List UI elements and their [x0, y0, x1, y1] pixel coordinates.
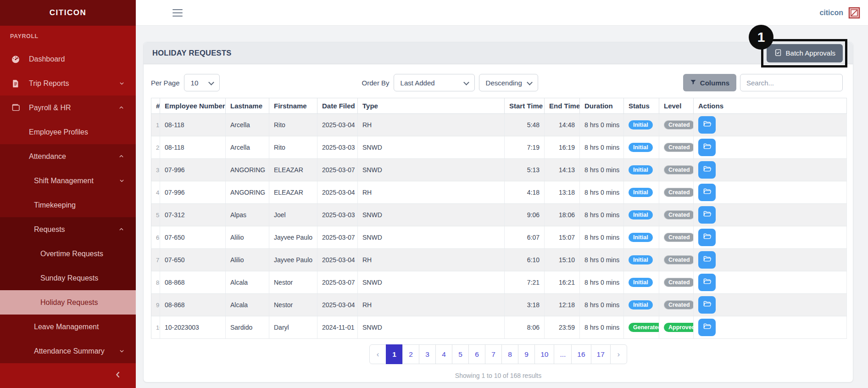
sidebar-item-employee-profiles[interactable]: Employee Profiles [0, 120, 136, 144]
cell-level: Created [659, 114, 694, 136]
order-by-select[interactable]: Last Added [394, 74, 475, 91]
pagination-page-8[interactable]: 8 [501, 344, 518, 364]
sidebar-item-requests[interactable]: Requests [0, 217, 136, 242]
open-request-button[interactable] [698, 161, 716, 179]
sidebar-item-shift-management[interactable]: Shift Management [0, 169, 136, 193]
cell-row-number: 2 [151, 136, 160, 159]
cell-type: SNWD [358, 204, 505, 226]
open-request-button[interactable] [698, 184, 716, 201]
cell-actions [694, 271, 847, 294]
column-header-firstname: Firstname [269, 98, 317, 114]
open-request-button[interactable] [698, 206, 716, 224]
topbar-brand: citicon [819, 6, 861, 20]
sidebar-item-payroll-hr[interactable]: Payroll & HR [0, 96, 136, 120]
hamburger-menu-button[interactable] [172, 9, 183, 17]
sidebar-item-attendance-summary[interactable]: Attendance Summary [0, 339, 136, 363]
open-request-button[interactable] [698, 251, 716, 269]
table-row: 208-118ArcellaRito2025-03-03SNWD7:1916:1… [151, 136, 847, 159]
cell-level-badge: Created [664, 255, 694, 265]
table-row: 507-312AlpasJoel2025-03-03SNWD9:0618:068… [151, 204, 847, 226]
sidebar-section-label: PAYROLL [0, 26, 136, 47]
cell-type: RH [358, 294, 505, 316]
main-area: citicon 1 HOLIDAY REQUESTS Batch Approva… [136, 0, 868, 388]
open-request-button[interactable] [698, 116, 716, 134]
pagination-page-1[interactable]: 1 [386, 344, 403, 364]
cell-actions [694, 204, 847, 226]
cell-level-badge: Created [664, 300, 694, 310]
sidebar-item-overtime-requests[interactable]: Overtime Requests [0, 242, 136, 266]
cell-employee-number: 10-2023003 [160, 316, 226, 339]
sidebar: CITICON PAYROLL DashboardTrip ReportsPay… [0, 0, 136, 388]
pagination-page-2[interactable]: 2 [402, 344, 419, 364]
sidebar-item-dashboard[interactable]: Dashboard [0, 47, 136, 71]
cell-start-time: 7:19 [505, 136, 545, 159]
open-request-button[interactable] [698, 296, 716, 314]
sidebar-item-timekeeping[interactable]: Timekeeping [0, 193, 136, 217]
pagination-next[interactable]: › [610, 344, 627, 364]
pagination-page-7[interactable]: 7 [485, 344, 502, 364]
cell-status: Initial [624, 181, 659, 204]
cell-duration: 8 hrs 0 mins [580, 271, 624, 294]
pagination-page-17[interactable]: 17 [591, 344, 611, 364]
sidebar-item-trip-reports[interactable]: Trip Reports [0, 71, 136, 96]
pagination-page-3[interactable]: 3 [419, 344, 436, 364]
sidebar-item-holiday-requests[interactable]: Holiday Requests [0, 290, 136, 315]
columns-button[interactable]: Columns [683, 74, 736, 91]
open-request-button[interactable] [698, 139, 716, 156]
chevron-up-icon [118, 105, 125, 111]
app-logo: CITICON [0, 0, 136, 26]
column-header-start-time: Start Time [505, 98, 545, 114]
table-row: 407-996ANGORINGELEAZAR2025-03-04RH4:1813… [151, 181, 847, 204]
cell-start-time: 5:13 [505, 159, 545, 181]
pagination-page-16[interactable]: 16 [571, 344, 591, 364]
cell-firstname: Rito [269, 136, 317, 159]
cell-status: Generated [624, 316, 659, 339]
cell-employee-number: 07-996 [160, 181, 226, 204]
cell-firstname: Joel [269, 204, 317, 226]
open-request-button[interactable] [698, 229, 716, 246]
cell-actions [694, 294, 847, 316]
cell-status: Initial [624, 136, 659, 159]
pagination-prev[interactable]: ‹ [369, 344, 386, 364]
cell-actions [694, 159, 847, 181]
cell-level-badge: Approved [664, 323, 694, 332]
cell-date-filed: 2025-03-04 [317, 114, 358, 136]
batch-approvals-button[interactable]: Batch Approvals [767, 44, 843, 62]
cell-duration: 8 hrs 0 mins [580, 316, 624, 339]
cell-lastname: Alilio [226, 249, 269, 271]
cell-status: Initial [624, 204, 659, 226]
pagination-page-9[interactable]: 9 [518, 344, 535, 364]
pagination-page-5[interactable]: 5 [452, 344, 469, 364]
open-request-button[interactable] [698, 274, 716, 291]
open-request-button[interactable] [698, 319, 716, 336]
cell-lastname: ANGORING [226, 181, 269, 204]
cell-date-filed: 2025-03-04 [317, 294, 358, 316]
folder-open-icon [703, 210, 712, 220]
cell-firstname: Jayvee Paulo [269, 249, 317, 271]
pagination-page-6[interactable]: 6 [468, 344, 485, 364]
sidebar-item-label: Timekeeping [34, 201, 76, 209]
pagination-page-10[interactable]: 10 [534, 344, 554, 364]
cell-end-time: 14:13 [545, 159, 580, 181]
cell-employee-number: 07-996 [160, 159, 226, 181]
per-page-select[interactable]: 10 [184, 74, 220, 91]
sidebar-item-leave-management[interactable]: Leave Management [0, 315, 136, 339]
cell-level: Created [659, 159, 694, 181]
sidebar-collapse-button[interactable] [0, 363, 136, 388]
sort-direction-select[interactable]: Descending [479, 74, 538, 91]
cell-status-badge: Initial [629, 120, 653, 130]
cell-row-number: 4 [151, 181, 160, 204]
cell-lastname: Arcella [226, 114, 269, 136]
pagination-page-4[interactable]: 4 [435, 344, 452, 364]
sidebar-item-sunday-requests[interactable]: Sunday Requests [0, 266, 136, 290]
cell-firstname: Daryl [269, 316, 317, 339]
sidebar-item-label: Holiday Requests [40, 298, 98, 307]
chevron-left-icon [114, 371, 122, 381]
cell-lastname: ANGORING [226, 159, 269, 181]
column-header-actions: Actions [694, 98, 847, 114]
cell-start-time: 8:06 [505, 316, 545, 339]
table-controls: Per Page 10 Order By Last Added Descendi… [144, 64, 853, 98]
cell-type: SNWD [358, 136, 505, 159]
sidebar-item-attendance[interactable]: Attendance [0, 144, 136, 169]
search-input[interactable] [740, 74, 843, 91]
